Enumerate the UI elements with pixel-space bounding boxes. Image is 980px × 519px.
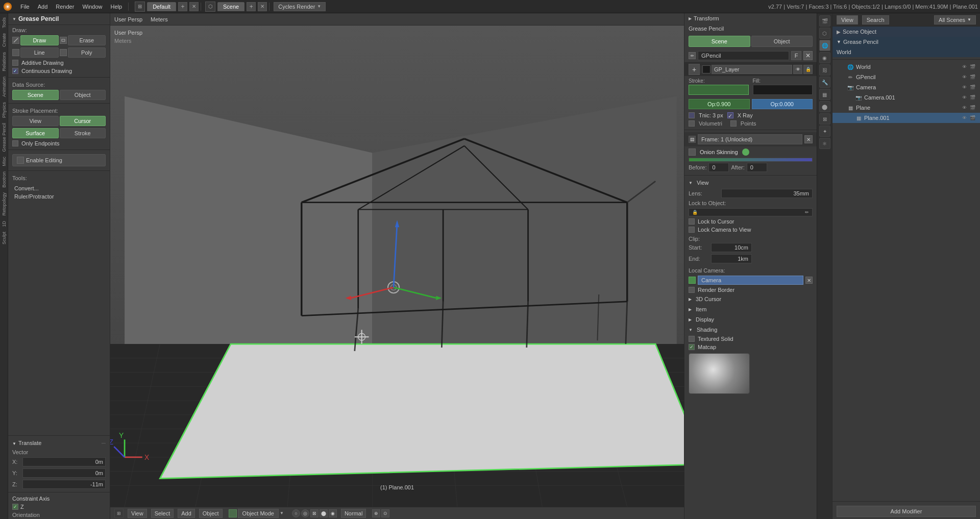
particles-icon[interactable]: ✦ bbox=[819, 126, 830, 137]
shading-header[interactable]: Shading bbox=[684, 325, 817, 335]
x-value[interactable]: 0m bbox=[22, 457, 106, 466]
layer-lock-btn[interactable]: 🔒 bbox=[803, 65, 813, 74]
enable-editing-btn[interactable]: Enable Editing bbox=[12, 154, 106, 166]
textured-solid-check[interactable] bbox=[689, 336, 695, 342]
view-section-header[interactable]: View bbox=[684, 178, 817, 188]
after-val[interactable]: 0 bbox=[747, 163, 767, 172]
plane-render[interactable]: 🎬 bbox=[969, 104, 976, 111]
object-menu-btn[interactable]: Object bbox=[199, 509, 223, 518]
matcap-preview[interactable] bbox=[689, 353, 750, 394]
poly-btn[interactable]: Poly bbox=[68, 47, 106, 58]
object-tab-btn[interactable]: Object bbox=[751, 36, 813, 47]
tab-relations[interactable]: Relations bbox=[1, 50, 8, 73]
add-menu-btn[interactable]: Add bbox=[178, 509, 195, 518]
additive-drawing-checkbox[interactable] bbox=[12, 60, 18, 66]
tab-sculpt[interactable]: Sculpt bbox=[1, 230, 8, 246]
z-check[interactable]: ✓ bbox=[12, 504, 18, 510]
view-btn[interactable]: View bbox=[12, 116, 59, 126]
end-val[interactable]: 1km bbox=[711, 254, 752, 263]
outliner-camera[interactable]: 📷 Camera 👁 🎬 bbox=[832, 82, 980, 92]
gp-layer-name[interactable]: GP_Layer bbox=[712, 65, 792, 74]
op-fill-btn[interactable]: Op:0.000 bbox=[752, 99, 813, 109]
texture-icon[interactable]: ⊠ bbox=[819, 113, 830, 125]
outliner-plane-001[interactable]: ▦ Plane.001 👁 🎬 bbox=[832, 113, 980, 123]
menu-window[interactable]: Window bbox=[78, 3, 106, 11]
camera-close-btn[interactable]: ✕ bbox=[805, 277, 813, 284]
points-check[interactable] bbox=[730, 120, 737, 127]
menu-file[interactable]: File bbox=[16, 3, 34, 11]
gpencil-name-field[interactable]: GPencil bbox=[698, 51, 789, 60]
wire-btn[interactable]: ◎ bbox=[301, 509, 309, 517]
f-badge[interactable]: F bbox=[791, 51, 801, 60]
before-val[interactable]: 0 bbox=[708, 163, 729, 172]
cam001-vis[interactable]: 👁 bbox=[961, 94, 968, 101]
tab-1d[interactable]: 1D bbox=[1, 219, 8, 229]
draw-btn[interactable]: Draw bbox=[20, 35, 59, 45]
world-vis[interactable]: 👁 bbox=[961, 63, 968, 70]
outliner-world[interactable]: 🌐 World 👁 🎬 bbox=[832, 62, 980, 72]
plane001-vis[interactable]: 👁 bbox=[961, 114, 968, 121]
fill-swatch[interactable] bbox=[753, 85, 813, 95]
grease-pencil-panel-header[interactable]: Grease Pencil bbox=[684, 23, 817, 34]
xray-check[interactable]: ✓ bbox=[727, 112, 733, 118]
outliner-camera-001[interactable]: 📷 Camera.001 👁 🎬 bbox=[832, 92, 980, 103]
line-btn[interactable]: Line bbox=[20, 47, 59, 58]
stroke-swatch[interactable] bbox=[689, 85, 749, 95]
close-scene-btn[interactable]: ✕ bbox=[258, 2, 267, 11]
menu-render[interactable]: Render bbox=[52, 3, 78, 11]
gpencil-close-btn[interactable]: ✕ bbox=[803, 51, 813, 60]
world-icon[interactable]: 🌐 bbox=[819, 40, 830, 51]
convert-tool[interactable]: Convert... bbox=[12, 184, 106, 192]
frame-close-btn[interactable]: ✕ bbox=[804, 135, 813, 143]
start-val[interactable]: 10cm bbox=[711, 243, 752, 252]
tab-grease-pencil-side[interactable]: Grease Pencil bbox=[1, 121, 8, 154]
display-header[interactable]: Display bbox=[684, 314, 817, 325]
physics-icon[interactable]: ⚛ bbox=[819, 138, 830, 149]
layer-vis-btn[interactable]: 👁 bbox=[793, 65, 802, 74]
scene-data-btn[interactable]: Scene bbox=[12, 90, 59, 100]
menu-add[interactable]: Add bbox=[34, 3, 52, 11]
lock-input-field[interactable]: 🔒 ✏ bbox=[689, 208, 813, 216]
onion-check[interactable] bbox=[689, 149, 696, 156]
workspace-tab-default[interactable]: Default bbox=[147, 2, 176, 11]
only-endpoints-checkbox[interactable] bbox=[12, 140, 18, 146]
gp-render[interactable]: 🎬 bbox=[969, 73, 976, 81]
continuous-drawing-checkbox[interactable]: ✓ bbox=[12, 68, 18, 74]
tab-physics[interactable]: Physics bbox=[1, 100, 8, 120]
tab-misc[interactable]: Misc bbox=[1, 155, 8, 168]
cursor-btn[interactable]: Cursor bbox=[60, 116, 106, 126]
ruler-protractor-tool[interactable]: Ruler/Protractor bbox=[12, 192, 106, 201]
lock-cursor-check[interactable] bbox=[689, 218, 695, 225]
transform-header[interactable]: Transform bbox=[684, 13, 817, 23]
world-render[interactable]: 🎬 bbox=[969, 63, 976, 70]
plane001-render[interactable]: 🎬 bbox=[969, 114, 976, 121]
tab-tools[interactable]: Tools bbox=[1, 15, 8, 30]
cam-render[interactable]: 🎬 bbox=[969, 84, 976, 91]
all-scenes-dropdown[interactable]: All Scenes ▼ bbox=[934, 15, 976, 24]
material-icon[interactable]: ⬤ bbox=[819, 101, 830, 112]
normal-btn[interactable]: Normal bbox=[341, 509, 366, 518]
frame-label[interactable]: Frame: 1 (Unlocked) bbox=[698, 134, 802, 144]
tab-animation[interactable]: Animation bbox=[1, 75, 8, 99]
outliner-plane[interactable]: ▦ Plane 👁 🎬 bbox=[832, 103, 980, 113]
add-modifier-btn[interactable]: Add Modifier bbox=[837, 506, 976, 517]
layer-color[interactable] bbox=[702, 65, 710, 73]
translate-header[interactable]: Translate ··· bbox=[8, 438, 110, 448]
modifier-icon[interactable]: 🔧 bbox=[819, 77, 830, 88]
menu-help[interactable]: Help bbox=[107, 3, 127, 11]
cam-vis[interactable]: 👁 bbox=[961, 84, 968, 91]
render-border-check[interactable] bbox=[689, 287, 695, 293]
view-outliner-tab[interactable]: View bbox=[837, 15, 858, 24]
outliner-gpencil[interactable]: ✏ GPencil 👁 🎬 bbox=[832, 72, 980, 82]
material-btn[interactable]: ⬤ bbox=[320, 509, 328, 517]
solid-btn[interactable]: ○ bbox=[292, 509, 300, 517]
constraint-icon[interactable]: ⛓ bbox=[819, 64, 830, 76]
stroke-place-btn[interactable]: Stroke bbox=[60, 128, 106, 138]
select-menu-btn[interactable]: Select bbox=[151, 509, 174, 518]
cam001-render[interactable]: 🎬 bbox=[969, 94, 976, 101]
tab-bootron[interactable]: Bootron bbox=[1, 169, 8, 190]
texture-btn[interactable]: ⊠ bbox=[310, 509, 318, 517]
close-workspace-btn[interactable]: ✕ bbox=[189, 2, 199, 11]
object-icon[interactable]: ◉ bbox=[819, 52, 830, 63]
object-data-btn[interactable]: Object bbox=[60, 90, 106, 100]
